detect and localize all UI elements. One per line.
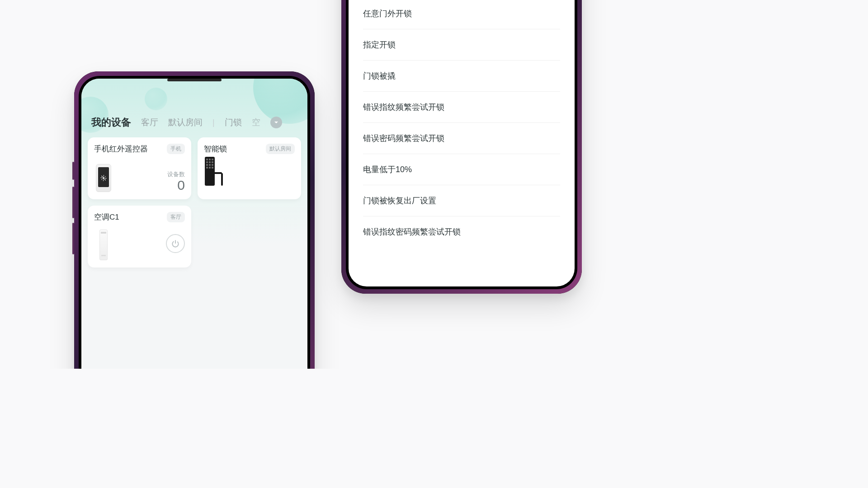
chevron-down-icon: [274, 120, 279, 125]
power-icon: [171, 239, 180, 248]
list-item[interactable]: 任意门外开锁: [363, 0, 560, 29]
list-item[interactable]: 错误密码频繁尝试开锁: [363, 123, 560, 154]
tab-door-lock[interactable]: 门锁: [225, 117, 242, 128]
list-item[interactable]: 门锁被恢复出厂设置: [363, 185, 560, 216]
tab-partial[interactable]: 空: [252, 117, 260, 128]
tab-living-room[interactable]: 客厅: [141, 117, 158, 128]
tab-divider: |: [212, 118, 215, 127]
tab-default-room[interactable]: 默认房间: [168, 117, 203, 128]
card-room-tag: 手机: [167, 144, 185, 154]
card-title: 空调C1: [94, 212, 119, 222]
card-title: 智能锁: [204, 144, 227, 154]
phone-mockup-left: 我的设备 客厅 默认房间 | 门锁 空 手机红外遥控器 手机: [74, 71, 315, 369]
device-card-ac[interactable]: 空调C1 客厅: [88, 206, 191, 267]
room-tabs: 我的设备 客厅 默认房间 | 门锁 空: [91, 116, 307, 129]
list-item[interactable]: 门锁被撬: [363, 61, 560, 92]
device-card-remote[interactable]: 手机红外遥控器 手机 设备数 0: [88, 137, 191, 199]
power-button[interactable]: [166, 234, 185, 253]
list-item[interactable]: 错误指纹频繁尝试开锁: [363, 92, 560, 123]
card-room-tag: 默认房间: [266, 144, 295, 154]
air-conditioner-icon: [94, 228, 113, 260]
device-card-smartlock[interactable]: 智能锁 默认房间: [198, 137, 301, 199]
device-count-value: 0: [167, 178, 185, 192]
phone-remote-icon: [94, 160, 113, 192]
tabs-expand-button[interactable]: [270, 117, 282, 128]
list-item[interactable]: 指定开锁: [363, 29, 560, 61]
lock-events-screen: 任意门外开锁 指定开锁 门锁被撬 错误指纹频繁尝试开锁 错误密码频繁尝试开锁 电…: [349, 0, 575, 286]
list-item[interactable]: 电量低于10%: [363, 154, 560, 185]
devices-screen: 我的设备 客厅 默认房间 | 门锁 空 手机红外遥控器 手机: [81, 79, 307, 369]
smart-lock-icon: [204, 160, 223, 192]
card-title: 手机红外遥控器: [94, 144, 148, 154]
event-list: 任意门外开锁 指定开锁 门锁被撬 错误指纹频繁尝试开锁 错误密码频繁尝试开锁 电…: [349, 0, 575, 247]
phone-mockup-right: 任意门外开锁 指定开锁 门锁被撬 错误指纹频繁尝试开锁 错误密码频繁尝试开锁 电…: [341, 0, 582, 294]
list-item[interactable]: 错误指纹密码频繁尝试开锁: [363, 216, 560, 247]
card-room-tag: 客厅: [167, 212, 185, 222]
tab-my-devices[interactable]: 我的设备: [91, 116, 131, 129]
